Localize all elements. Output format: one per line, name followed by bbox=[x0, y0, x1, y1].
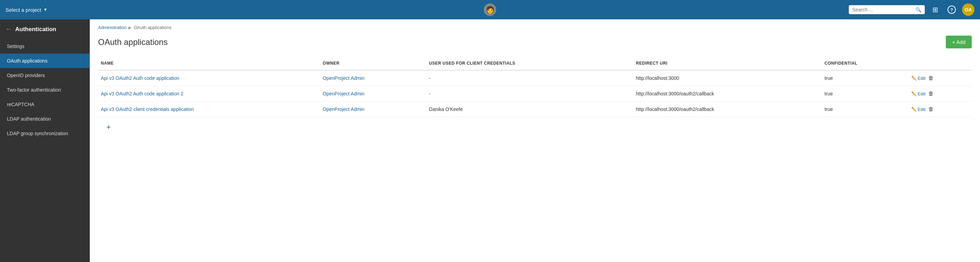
delete-button-1[interactable]: 🗑 bbox=[928, 91, 934, 97]
cell-redirect-uri-2: http://localhost:3000/oauth2/callback bbox=[633, 102, 822, 117]
table-row: Api v3 OAuth2 client credentials applica… bbox=[98, 102, 972, 117]
help-icon: ? bbox=[948, 6, 956, 14]
grid-menu-button[interactable]: ⊞ bbox=[929, 3, 941, 16]
breadcrumb-separator: ▶ bbox=[129, 25, 132, 30]
sidebar-item-ldap-sync[interactable]: LDAP group synchronization bbox=[0, 126, 90, 141]
user-avatar[interactable]: OA bbox=[962, 3, 974, 16]
owner-link-0[interactable]: OpenProject Admin bbox=[323, 75, 365, 81]
project-selector[interactable]: Select a project ▼ bbox=[6, 7, 47, 13]
sidebar-nav: Settings OAuth applications OpenID provi… bbox=[0, 39, 90, 141]
app-link-1[interactable]: Api v3 OAuth2 Auth code application 2 bbox=[101, 91, 183, 96]
owner-link-2[interactable]: OpenProject Admin bbox=[323, 107, 365, 112]
sidebar-item-settings[interactable]: Settings bbox=[0, 39, 90, 54]
search-box[interactable]: 🔍 bbox=[849, 5, 925, 14]
back-arrow-icon[interactable]: ← bbox=[6, 26, 12, 33]
cell-redirect-uri-0: http://localhost:3000 bbox=[633, 70, 822, 86]
col-header-redirect-uri: REDIRECT URI bbox=[633, 57, 822, 70]
top-header: Select a project ▼ 🧑 🔍 ⊞ ? OA bbox=[0, 0, 980, 19]
help-button[interactable]: ? bbox=[945, 3, 958, 16]
breadcrumb-parent-link[interactable]: Administration bbox=[98, 25, 126, 30]
cell-name-1: Api v3 OAuth2 Auth code application 2 bbox=[98, 86, 320, 102]
header-right: 🔍 ⊞ ? OA bbox=[849, 3, 974, 16]
cell-confidential-2: true bbox=[822, 102, 908, 117]
pencil-icon: ✏️ bbox=[911, 91, 917, 96]
col-header-owner: OWNER bbox=[320, 57, 426, 70]
layout: ← Authentication Settings OAuth applicat… bbox=[0, 19, 980, 262]
grid-icon: ⊞ bbox=[932, 6, 938, 14]
page-header: OAuth applications + Add bbox=[90, 33, 980, 57]
sidebar-title: Authentication bbox=[15, 26, 56, 33]
oauth-applications-table: NAME OWNER USER USED FOR CLIENT CREDENTI… bbox=[98, 57, 972, 117]
sidebar-header: ← Authentication bbox=[0, 19, 90, 39]
edit-label-1: Edit bbox=[918, 91, 926, 96]
col-header-confidential: CONFIDENTIAL bbox=[822, 57, 908, 70]
sidebar-item-openid-providers[interactable]: OpenID providers bbox=[0, 68, 90, 83]
breadcrumb: Administration ▶ OAuth applications bbox=[90, 19, 980, 33]
edit-label-0: Edit bbox=[918, 76, 926, 81]
main-content: Administration ▶ OAuth applications OAut… bbox=[90, 19, 980, 262]
avatar: 🧑 bbox=[484, 3, 496, 16]
add-row-button[interactable]: + bbox=[98, 117, 119, 137]
header-center-avatar: 🧑 bbox=[484, 3, 496, 16]
cell-name-2: Api v3 OAuth2 client credentials applica… bbox=[98, 102, 320, 117]
cell-redirect-uri-1: http://localhost:3000/oauth2/callback bbox=[633, 86, 822, 102]
sidebar-item-recaptcha[interactable]: reCAPTCHA bbox=[0, 97, 90, 112]
cell-owner-2: OpenProject Admin bbox=[320, 102, 426, 117]
breadcrumb-current: OAuth applications bbox=[134, 25, 171, 30]
table-row: Api v3 OAuth2 Auth code application Open… bbox=[98, 70, 972, 86]
cell-actions-1: ✏️ Edit 🗑 bbox=[908, 86, 972, 102]
cell-name-0: Api v3 OAuth2 Auth code application bbox=[98, 70, 320, 86]
edit-button-0[interactable]: ✏️ Edit bbox=[911, 76, 926, 81]
edit-label-2: Edit bbox=[918, 107, 926, 112]
cell-actions-2: ✏️ Edit 🗑 bbox=[908, 102, 972, 117]
cell-owner-0: OpenProject Admin bbox=[320, 70, 426, 86]
cell-confidential-0: true bbox=[822, 70, 908, 86]
table-header-row: NAME OWNER USER USED FOR CLIENT CREDENTI… bbox=[98, 57, 972, 70]
owner-link-1[interactable]: OpenProject Admin bbox=[323, 91, 365, 96]
page-title: OAuth applications bbox=[98, 37, 167, 47]
app-link-2[interactable]: Api v3 OAuth2 client credentials applica… bbox=[101, 107, 194, 112]
cell-credentials-0: - bbox=[426, 70, 633, 86]
cell-owner-1: OpenProject Admin bbox=[320, 86, 426, 102]
pencil-icon: ✏️ bbox=[911, 76, 917, 81]
edit-button-1[interactable]: ✏️ Edit bbox=[911, 91, 926, 96]
table-row: Api v3 OAuth2 Auth code application 2 Op… bbox=[98, 86, 972, 102]
cell-credentials-2: Danika O'Keefe bbox=[426, 102, 633, 117]
cell-credentials-1: - bbox=[426, 86, 633, 102]
app-link-0[interactable]: Api v3 OAuth2 Auth code application bbox=[101, 75, 179, 81]
delete-button-0[interactable]: 🗑 bbox=[928, 75, 934, 81]
project-selector-label: Select a project bbox=[6, 7, 41, 13]
trash-icon: 🗑 bbox=[928, 91, 934, 96]
sidebar-item-oauth-applications[interactable]: OAuth applications bbox=[0, 54, 90, 68]
col-header-name: NAME bbox=[98, 57, 320, 70]
sidebar-item-two-factor[interactable]: Two-factor authentication bbox=[0, 83, 90, 97]
col-header-actions bbox=[908, 57, 972, 70]
col-header-user-credentials: USER USED FOR CLIENT CREDENTIALS bbox=[426, 57, 633, 70]
search-icon: 🔍 bbox=[915, 7, 921, 13]
delete-button-2[interactable]: 🗑 bbox=[928, 106, 934, 112]
edit-button-2[interactable]: ✏️ Edit bbox=[911, 107, 926, 112]
sidebar: ← Authentication Settings OAuth applicat… bbox=[0, 19, 90, 262]
table-container: NAME OWNER USER USED FOR CLIENT CREDENTI… bbox=[90, 57, 980, 137]
pencil-icon: ✏️ bbox=[911, 107, 917, 112]
sidebar-item-ldap-auth[interactable]: LDAP authentication bbox=[0, 112, 90, 126]
cell-confidential-1: true bbox=[822, 86, 908, 102]
cell-actions-0: ✏️ Edit 🗑 bbox=[908, 70, 972, 86]
search-input[interactable] bbox=[852, 7, 913, 13]
chevron-down-icon: ▼ bbox=[43, 7, 47, 12]
add-button[interactable]: + Add bbox=[946, 35, 972, 48]
trash-icon: 🗑 bbox=[928, 75, 934, 81]
trash-icon: 🗑 bbox=[928, 106, 934, 112]
